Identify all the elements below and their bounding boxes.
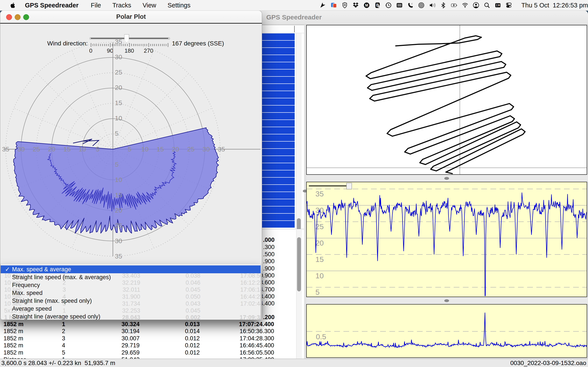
track-map-pane[interactable]	[306, 25, 587, 175]
b-check-icon[interactable]: B	[372, 0, 383, 10]
splitter-handle-dot[interactable]	[444, 177, 449, 180]
track-list-row-selected[interactable]	[262, 84, 295, 91]
menu-item-max-speed[interactable]: Max. speed	[1, 289, 260, 297]
time-machine-icon[interactable]	[383, 0, 394, 10]
barcode-icon[interactable]	[394, 0, 405, 10]
menubar-clock[interactable]: Thu 5 Oct 12:26:53 pm	[518, 2, 588, 9]
volume-icon[interactable]	[427, 0, 438, 10]
speed-time-chart[interactable]: 3530252015105	[307, 182, 587, 297]
svg-text:30: 30	[17, 145, 25, 153]
track-list-row-selected[interactable]	[262, 163, 295, 170]
control-center-icon[interactable]	[503, 0, 514, 10]
display-mirroring-icon[interactable]	[328, 0, 339, 10]
track-list-row-selected[interactable]	[262, 142, 295, 148]
item-locator-icon[interactable]	[416, 0, 427, 10]
svg-text:10: 10	[115, 115, 122, 122]
cell-speed: 29.719	[109, 342, 139, 349]
user-account-icon[interactable]	[471, 0, 482, 10]
wifi-icon[interactable]	[460, 0, 471, 10]
track-list-rows[interactable]	[262, 33, 295, 228]
track-list-row-selected[interactable]	[262, 192, 295, 199]
menu-view[interactable]: View	[137, 0, 162, 10]
svg-text:35: 35	[115, 252, 122, 260]
track-list-row-selected[interactable]	[262, 106, 295, 112]
menu-item-straight-line-speed-max-averages[interactable]: Straight line speed (max. & averages)	[1, 273, 260, 281]
svg-text:M: M	[365, 3, 368, 7]
track-list-row-selected[interactable]	[262, 127, 295, 134]
chart-zoom-slider-handle[interactable]	[346, 183, 352, 189]
menu-tracks[interactable]: Tracks	[107, 0, 137, 10]
track-list-row-selected[interactable]	[262, 185, 295, 192]
track-list-row-selected[interactable]	[262, 170, 295, 177]
menu-settings[interactable]: Settings	[162, 0, 196, 10]
track-list-row-selected[interactable]	[262, 120, 295, 127]
track-list-row-selected[interactable]	[262, 149, 295, 156]
cell-speed: 30.194	[109, 328, 139, 335]
svg-text:20: 20	[115, 207, 122, 214]
track-list-row-selected[interactable]	[262, 91, 295, 98]
track-list-row-selected[interactable]	[262, 221, 295, 228]
menu-item-label: Max. speed	[12, 289, 43, 297]
track-list-row-selected[interactable]	[262, 62, 295, 69]
track-list-row-selected[interactable]	[262, 98, 295, 105]
track-list-row-selected[interactable]	[262, 134, 295, 141]
track-list-row-selected[interactable]	[262, 48, 295, 55]
track-list-header[interactable]	[262, 25, 304, 33]
apple-menu-icon[interactable]	[8, 0, 18, 10]
mega-icon[interactable]: M	[361, 0, 372, 10]
error-time-chart-pane[interactable]: 0.5	[306, 304, 587, 358]
menu-item-label: Straight line speed (max. & averages)	[12, 273, 111, 281]
cell-category: 1852 m	[3, 349, 23, 356]
location-icon[interactable]	[317, 0, 328, 10]
track-list-row-selected[interactable]	[262, 69, 295, 76]
battery-icon[interactable]	[449, 0, 460, 10]
shield-icon[interactable]	[339, 0, 350, 10]
track-list-row-selected[interactable]	[262, 178, 295, 184]
track-list-row-selected[interactable]	[262, 33, 295, 40]
menu-item-frequency[interactable]: Frequency	[1, 281, 260, 289]
bluetooth-icon[interactable]	[438, 0, 449, 10]
track-list-row-selected[interactable]	[262, 206, 295, 213]
column-divider[interactable]	[294, 26, 295, 32]
track-list-scrollbar[interactable]	[296, 33, 302, 239]
results-scrollbar[interactable]	[296, 230, 302, 359]
track-map-plot[interactable]	[307, 25, 587, 174]
track-list-row-selected[interactable]	[262, 156, 295, 163]
input-source-icon[interactable]: ⌘	[493, 0, 503, 10]
menu-item-straight-line-max-speed-only[interactable]: Straight line (max. speed only)	[1, 297, 260, 305]
cell-error: 0.012	[170, 349, 200, 356]
track-list-row-selected[interactable]	[262, 41, 295, 47]
menu-item-average-speed[interactable]: Average speed	[1, 305, 260, 313]
track-list-row-selected[interactable]	[262, 199, 295, 206]
phone-icon[interactable]	[405, 0, 416, 10]
cell-time: 16:46:45.400	[236, 342, 274, 349]
track-list-row-selected[interactable]	[262, 77, 295, 83]
results-scroll-thumb[interactable]	[297, 237, 301, 292]
svg-text:5: 5	[115, 130, 119, 137]
svg-text:15: 15	[156, 145, 164, 153]
menu-item-straight-line-average-speed-only[interactable]: Straight line (average speed only)	[1, 313, 260, 320]
track-list-pane[interactable]	[262, 25, 304, 240]
svg-text:15: 15	[63, 145, 70, 153]
track-list-scroll-thumb[interactable]	[297, 218, 301, 231]
menu-file[interactable]: File	[85, 0, 107, 10]
app-menu-title[interactable]: GPS Speedreader	[18, 0, 85, 10]
track-list-row-selected[interactable]	[262, 55, 295, 62]
error-time-chart[interactable]: 0.5	[307, 305, 587, 357]
cell-category: 1852 m	[3, 342, 23, 349]
track-list-row-selected[interactable]	[262, 214, 295, 220]
speed-time-chart-pane[interactable]: 3530252015105	[306, 182, 587, 297]
menu-item-max-speed-average[interactable]: ✓Max. speed & average	[1, 266, 260, 273]
track-list-row-selected[interactable]	[262, 113, 295, 119]
cell-time: 16:50:36.300	[236, 328, 274, 335]
svg-text:10: 10	[315, 272, 324, 280]
spotlight-search-icon[interactable]	[482, 0, 493, 10]
svg-text:35: 35	[218, 145, 225, 153]
menu-item-label: Straight line (max. speed only)	[12, 297, 92, 305]
splitter-handle-dot[interactable]	[444, 299, 449, 302]
dropbox-icon[interactable]	[350, 0, 361, 10]
clipped-table-row: Distance151.04317:09:35.400	[0, 356, 295, 359]
svg-text:25: 25	[187, 145, 194, 153]
cell-speed: 29.659	[109, 349, 139, 356]
cell-time: 17:07:24.400	[236, 321, 274, 328]
